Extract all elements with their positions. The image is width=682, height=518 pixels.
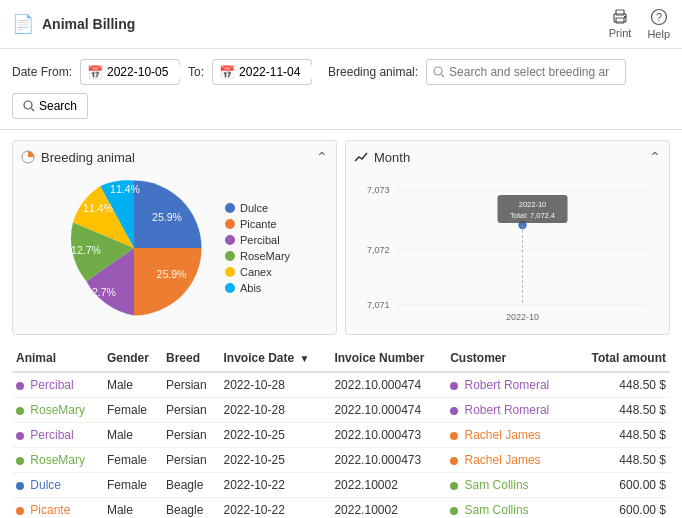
header-actions: Print ? Help [609,8,670,40]
invoices-table: Animal Gender Breed Invoice Date ▼ Invoi… [12,345,670,518]
dulce-label: Dulce [240,202,268,214]
abis-label: Abis [240,282,261,294]
breeding-animal-label: Breeding animal: [328,65,418,79]
animal-name: Percibal [30,428,73,442]
col-customer[interactable]: Customer [446,345,572,372]
app-title-area: 📄 Animal Billing [12,13,135,35]
svg-line-7 [442,75,445,78]
svg-text:12.7%: 12.7% [86,286,116,298]
breeding-chart-collapse[interactable]: ⌃ [316,149,328,165]
cell-animal: Percibal [12,372,103,398]
cell-invoice-number: 2022.10.000473 [330,448,446,473]
document-icon: 📄 [12,13,34,35]
animal-dot [16,507,24,515]
cell-customer: Robert Romeral [446,398,572,423]
legend-canex: Canex [225,266,290,278]
trend-icon [354,150,368,164]
picante-dot [225,219,235,229]
cell-breed: Beagle [162,498,219,519]
svg-rect-3 [624,16,626,18]
cell-breed: Persian [162,423,219,448]
app-header: 📄 Animal Billing Print ? Help [0,0,682,49]
print-button[interactable]: Print [609,9,632,39]
charts-row: Breeding animal ⌃ 25.9% 25.9% [0,130,682,345]
canex-dot [225,267,235,277]
help-button[interactable]: ? Help [647,8,670,40]
line-chart-svg: 7,073 7,072 7,071 2022-10 Total: 7,072.4… [354,173,661,323]
customer-name: Sam Collins [465,478,529,492]
dulce-dot [225,203,235,213]
col-animal[interactable]: Animal [12,345,103,372]
cell-invoice-date: 2022-10-25 [220,423,331,448]
canex-label: Canex [240,266,272,278]
svg-text:?: ? [656,11,662,23]
legend-picante: Picante [225,218,290,230]
svg-text:12.7%: 12.7% [71,244,101,256]
cell-invoice-number: 2022.10.000473 [330,423,446,448]
month-chart-title: Month [374,150,410,165]
date-to-input[interactable] [239,65,319,79]
line-chart-area: 7,073 7,072 7,071 2022-10 Total: 7,072.4… [354,173,661,326]
cell-total: 448.50 $ [573,398,670,423]
animal-dot [16,482,24,490]
pie-legend: Dulce Picante Percibal RoseMary Canex [225,202,290,294]
table-row: RoseMary Female Persian 2022-10-28 2022.… [12,398,670,423]
customer-dot [450,507,458,515]
header-row: Animal Gender Breed Invoice Date ▼ Invoi… [12,345,670,372]
date-from-field[interactable]: 📅 [80,59,180,85]
legend-percibal: Percibal [225,234,290,246]
table-row: RoseMary Female Persian 2022-10-25 2022.… [12,448,670,473]
date-from-label: Date From: [12,65,72,79]
date-to-field[interactable]: 📅 [212,59,312,85]
month-chart-box: Month ⌃ 7,073 7,072 7,071 2022-10 Total: [345,140,670,335]
search-icon-breeding [433,66,445,78]
legend-rosemary: RoseMary [225,250,290,262]
percibal-label: Percibal [240,234,280,246]
breeding-search-input[interactable] [449,65,609,79]
col-gender[interactable]: Gender [103,345,162,372]
col-invoice-number[interactable]: Invoice Number [330,345,446,372]
cell-total: 448.50 $ [573,448,670,473]
table-row: Percibal Male Persian 2022-10-28 2022.10… [12,372,670,398]
customer-dot [450,457,458,465]
cell-gender: Female [103,448,162,473]
svg-text:7,073: 7,073 [367,185,390,195]
svg-text:11.4%: 11.4% [110,183,140,195]
date-from-input[interactable] [107,65,187,79]
cell-invoice-date: 2022-10-28 [220,398,331,423]
customer-dot [450,407,458,415]
month-chart-collapse[interactable]: ⌃ [649,149,661,165]
col-total[interactable]: Total amount [573,345,670,372]
svg-text:Total: 7,072.4: Total: 7,072.4 [510,211,555,220]
filter-bar: Date From: 📅 To: 📅 Breeding animal: Sear… [0,49,682,130]
svg-text:7,072: 7,072 [367,245,390,255]
help-label: Help [647,28,670,40]
calendar-from-icon: 📅 [87,65,103,80]
svg-point-8 [24,101,32,109]
help-icon: ? [650,8,668,26]
breeding-search-field[interactable] [426,59,626,85]
col-invoice-date[interactable]: Invoice Date ▼ [220,345,331,372]
col-breed[interactable]: Breed [162,345,219,372]
animal-dot [16,407,24,415]
breeding-chart-title-area: Breeding animal [21,150,135,165]
cell-invoice-date: 2022-10-28 [220,372,331,398]
breeding-chart-box: Breeding animal ⌃ 25.9% 25.9% [12,140,337,335]
app-title: Animal Billing [42,16,135,32]
customer-name: Rachel James [465,453,541,467]
table-header: Animal Gender Breed Invoice Date ▼ Invoi… [12,345,670,372]
search-icon-btn [23,100,35,112]
picante-label: Picante [240,218,277,230]
cell-total: 448.50 $ [573,372,670,398]
search-button[interactable]: Search [12,93,88,119]
cell-invoice-number: 2022.10002 [330,473,446,498]
animal-dot [16,382,24,390]
to-label: To: [188,65,204,79]
animal-name: RoseMary [30,403,85,417]
customer-name: Sam Collins [465,503,529,517]
animal-dot [16,457,24,465]
customer-name: Rachel James [465,428,541,442]
cell-customer: Robert Romeral [446,372,572,398]
animal-name: RoseMary [30,453,85,467]
cell-invoice-number: 2022.10002 [330,498,446,519]
